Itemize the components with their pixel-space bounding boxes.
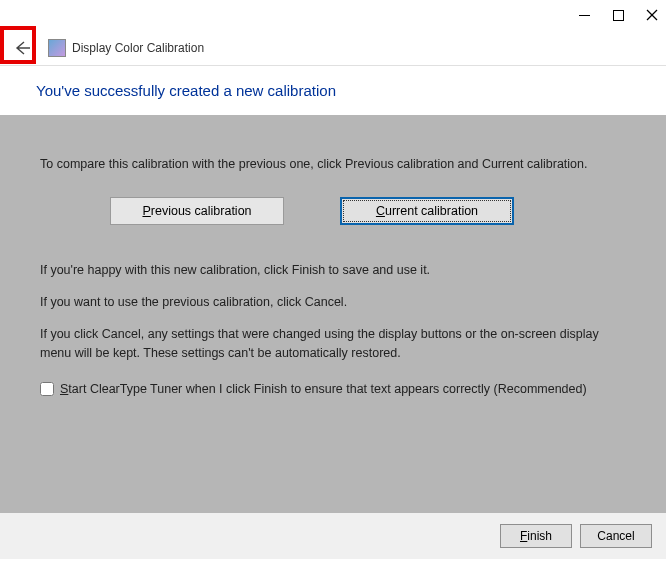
minimize-button[interactable] bbox=[578, 9, 590, 21]
finish-instruction-text: If you're happy with this new calibratio… bbox=[40, 261, 632, 279]
cancel-button[interactable]: Cancel bbox=[580, 524, 652, 548]
svg-rect-1 bbox=[613, 10, 623, 20]
previous-calibration-button[interactable]: Previous calibration bbox=[110, 197, 284, 225]
compare-instruction-text: To compare this calibration with the pre… bbox=[40, 155, 632, 173]
maximize-button[interactable] bbox=[612, 9, 624, 21]
window-title: Display Color Calibration bbox=[72, 41, 204, 55]
cleartype-label[interactable]: Start ClearType Tuner when I click Finis… bbox=[60, 380, 600, 398]
back-arrow-icon[interactable] bbox=[8, 34, 36, 62]
previous-instruction-text: If you want to use the previous calibrat… bbox=[40, 293, 632, 311]
current-calibration-button[interactable]: Current calibration bbox=[340, 197, 514, 225]
finish-button[interactable]: Finish bbox=[500, 524, 572, 548]
close-button[interactable] bbox=[646, 9, 658, 21]
app-icon bbox=[48, 39, 66, 57]
cancel-instruction-text: If you click Cancel, any settings that w… bbox=[40, 325, 632, 361]
page-heading: You've successfully created a new calibr… bbox=[36, 82, 666, 99]
content-panel: To compare this calibration with the pre… bbox=[0, 115, 666, 513]
cleartype-checkbox[interactable] bbox=[40, 382, 54, 396]
